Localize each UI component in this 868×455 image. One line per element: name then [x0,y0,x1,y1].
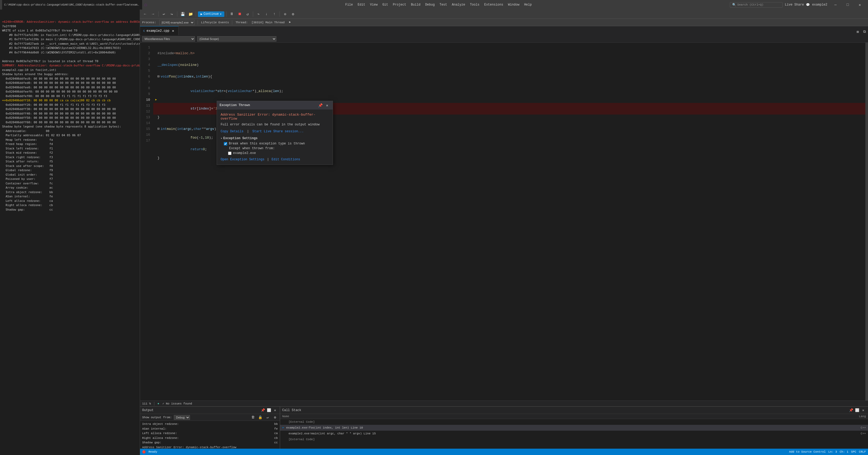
ln-7: 7 [141,80,152,85]
cs-frame-lang: C++ [855,432,866,435]
terminal-path: C:\MSDN\cpp-docs-pr\docs\c-language\ASAN… [4,3,140,6]
step-into-btn[interactable]: ↓ [263,10,270,18]
menu-edit[interactable]: Edit [355,2,368,8]
output-filter-btn[interactable]: ⚙ [272,415,278,420]
toolbar-sep-3 [196,11,196,17]
menu-analyze[interactable]: Analyze [450,2,467,8]
code-line-5 [153,68,865,74]
close-btn[interactable]: ✕ [854,0,866,9]
misc-files-select[interactable]: Miscellaneous Files [142,36,195,41]
continue-chevron: ▾ [220,12,222,16]
menu-build[interactable]: Build [409,2,423,8]
back-btn[interactable]: ← [142,10,149,18]
output-content[interactable]: Intra object redzone:bbASan internal:feL… [140,421,280,449]
code-line-7 [153,80,865,85]
output-row: Shadow gap:cc [142,440,278,445]
search-box[interactable]: 🔍 Search (Ctrl+Q) [730,2,783,8]
terminal-line: Array cookie: ac [2,186,138,190]
add-to-source-control[interactable]: Add to Source Control [789,450,826,453]
open-btn[interactable]: 📁 [187,10,194,18]
tab-example2-cpp[interactable]: C example2.cpp ✕ [140,26,179,35]
process-select[interactable]: [6248] example2.exe [159,20,194,25]
minimize-btn[interactable]: — [830,0,842,9]
restart-btn[interactable]: ↺ [244,10,251,18]
output-source-select[interactable]: Debug [174,415,190,420]
breakpoint-btn[interactable]: ⊙ [282,10,288,18]
editor-scrollbar[interactable] [865,42,868,400]
callstack-content[interactable]: Name Lang [External Code]➤example2.exe!f… [280,414,868,449]
terminal-line: Heap left redzone: fa [2,138,138,142]
output-val: ca [274,431,278,436]
output-lock-btn[interactable]: 🔒 [258,415,263,420]
dialog-close-btn[interactable]: ✕ [324,103,330,108]
output-word-wrap-btn[interactable]: ↵ [265,415,270,420]
callstack-close-btn[interactable]: ✕ [861,408,866,413]
undo-btn[interactable]: ↩ [160,10,167,18]
copy-details-link[interactable]: Copy Details [221,130,243,133]
cs-row[interactable]: example2.exe!main(int argc, char * * arg… [280,431,868,436]
start-live-share-link[interactable]: Start Live Share session... [252,130,304,133]
feedback-icon[interactable]: 💬 [806,3,810,7]
dialog-section-title: Exception Settings [221,137,329,140]
code-content[interactable]: ➤ #include <malloc.h> __declspec(noinlin… [153,42,865,400]
menu-extensions[interactable]: Extensions [482,2,505,8]
menu-project[interactable]: Project [391,2,408,8]
right-title: example2 [812,3,827,7]
redo-btn[interactable]: ↪ [168,10,175,18]
callstack-maximize-btn[interactable]: ⬜ [855,408,860,413]
edit-conditions-link[interactable]: Edit Conditions [272,158,300,161]
no-issues-text: ✓ No issues found [162,402,192,405]
tab-close-btn[interactable]: ✕ [171,29,175,33]
new-editor-btn[interactable]: ⊞ [854,28,861,35]
output-close-btn[interactable]: ✕ [272,408,278,413]
output-pin-btn[interactable]: 📌 [260,408,266,413]
search-icon: 🔍 [732,3,736,7]
step-over-btn[interactable]: ↷ [255,10,262,18]
callstack-pin-btn[interactable]: 📌 [848,408,854,413]
cs-row[interactable]: [External Code] [280,436,868,442]
settings-btn[interactable]: ⚙ [289,10,297,18]
cs-frame-lang: C++ [855,426,866,429]
continue-btn[interactable]: ▶ Continue ▾ [198,11,224,17]
output-maximize-btn[interactable]: ⬜ [266,408,272,413]
maximize-btn[interactable]: □ [842,0,854,9]
title-right-controls: 🔍 Search (Ctrl+Q) Live Share 💬 example2 … [730,0,866,9]
output-row: Intra object redzone:bb [142,422,278,427]
output-clear-btn[interactable]: 🗑 [250,415,255,420]
terminal-line: ASan internal: fe [2,194,138,199]
liveshare-btn[interactable]: Live Share [785,3,804,7]
cs-row[interactable]: ➤example2.exe!foo(int index, int len) Li… [280,425,868,431]
flag-icon: ⚑ [289,21,291,24]
split-editor-btn[interactable]: ⧉ [861,28,868,35]
continue-icon: ▶ [200,12,203,16]
pause-btn[interactable]: ⏸ [228,10,235,18]
menu-git[interactable]: Git [380,2,390,8]
fwd-btn[interactable]: → [150,10,156,18]
output-label: Right alloca redzone: [142,436,179,441]
cs-row[interactable]: [External Code] [280,419,868,425]
dialog-pin-btn[interactable]: 📌 [317,103,323,108]
output-row: Left alloca redzone:ca [142,431,278,436]
global-scope-select[interactable]: (Global Scope) [197,36,276,41]
break-on-exception-checkbox[interactable] [224,142,227,145]
menu-debug[interactable]: Debug [423,2,437,8]
menu-tools[interactable]: Tools [468,2,482,8]
terminal-line: 0x020406ddfee0: 00 00 00 00 00 00 00 00 … [2,85,138,90]
stop-btn[interactable]: ⏹ [236,10,243,18]
menu-file[interactable]: File [343,2,355,8]
terminal-line: Stack use after scope: f8 [2,164,138,169]
menu-window[interactable]: Window [506,2,521,8]
terminal-panel[interactable]: =6248==ERROR: AddressSanitizer: dynamic-… [0,9,140,455]
open-exception-settings-link[interactable]: Open Exception Settings [221,158,265,161]
save-btn[interactable]: 💾 [179,10,186,18]
menu-view[interactable]: View [368,2,380,8]
ln-1: 1 [141,45,152,51]
ln-5: 5 [141,68,152,74]
menu-help[interactable]: Help [522,2,534,8]
menu-test[interactable]: Test [437,2,449,8]
tab-label: example2.cpp [147,29,169,33]
terminal-line: #1 0x7ff71afe139b in main C:\MSDN\cpp-do… [2,37,138,42]
terminal-title-area: C:\MSDN\cpp-docs-pr\docs\c-language\ASAN… [2,0,142,9]
example2-exe-checkbox[interactable] [228,151,231,155]
step-out-btn[interactable]: ↑ [271,10,278,18]
